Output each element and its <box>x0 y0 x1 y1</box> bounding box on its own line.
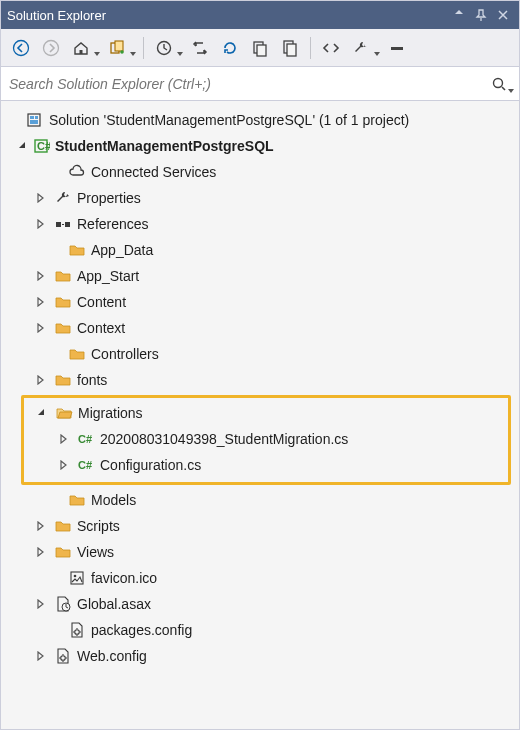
solution-tree: Solution 'StudentManagementPostgreSQL' (… <box>1 101 519 729</box>
chevron-right-icon[interactable] <box>33 518 49 534</box>
project-node[interactable]: C# StudentManagementPostgreSQL <box>3 133 517 159</box>
properties-button[interactable] <box>347 34 381 62</box>
scope-button[interactable] <box>103 34 137 62</box>
svg-point-28 <box>61 656 66 661</box>
tree-label: favicon.ico <box>91 570 157 586</box>
expander-blank <box>51 242 67 258</box>
tree-item-models[interactable]: Models <box>3 487 517 513</box>
chevron-right-icon[interactable] <box>56 431 72 447</box>
panel-titlebar: Solution Explorer <box>1 1 519 29</box>
tree-label: App_Data <box>91 242 153 258</box>
svg-rect-20 <box>65 222 70 227</box>
back-button[interactable] <box>7 34 35 62</box>
tree-item-views[interactable]: Views <box>3 539 517 565</box>
search-icon[interactable] <box>487 72 511 96</box>
solution-explorer-panel: Solution Explorer <box>0 0 520 730</box>
tree-label: Scripts <box>77 518 120 534</box>
folder-icon <box>53 516 73 536</box>
svg-rect-16 <box>30 120 38 124</box>
pin-icon[interactable] <box>471 6 491 24</box>
folder-icon <box>53 292 73 312</box>
expander-blank <box>51 622 67 638</box>
collapse-all-button[interactable] <box>246 34 274 62</box>
project-label: StudentManagementPostgreSQL <box>55 138 274 154</box>
tree-label: Web.config <box>77 648 147 664</box>
view-code-button[interactable] <box>317 34 345 62</box>
expander-blank <box>9 112 25 128</box>
wrench-icon <box>53 188 73 208</box>
tree-item-global[interactable]: Global.asax <box>3 591 517 617</box>
tree-item-properties[interactable]: Properties <box>3 185 517 211</box>
chevron-right-icon[interactable] <box>33 372 49 388</box>
svg-point-12 <box>494 78 503 87</box>
panel-title: Solution Explorer <box>7 8 447 23</box>
tree-item-favicon[interactable]: favicon.ico <box>3 565 517 591</box>
tree-item-appdata[interactable]: App_Data <box>3 237 517 263</box>
svg-rect-24 <box>71 572 83 584</box>
folder-icon <box>53 318 73 338</box>
chevron-right-icon[interactable] <box>33 268 49 284</box>
tree-item-fonts[interactable]: fonts <box>3 367 517 393</box>
chevron-right-icon[interactable] <box>33 190 49 206</box>
expander-blank <box>51 164 67 180</box>
expander-blank <box>51 346 67 362</box>
chevron-right-icon[interactable] <box>33 216 49 232</box>
config-file-icon <box>67 620 87 640</box>
expander-blank <box>51 570 67 586</box>
csproj-icon: C# <box>31 136 51 156</box>
close-icon[interactable] <box>493 6 513 24</box>
tree-item-migration-file[interactable]: C# 202008031049398_StudentMigration.cs <box>24 426 508 452</box>
tree-item-context[interactable]: Context <box>3 315 517 341</box>
expander-blank <box>51 492 67 508</box>
chevron-right-icon[interactable] <box>33 320 49 336</box>
tree-item-packages[interactable]: packages.config <box>3 617 517 643</box>
chevron-right-icon[interactable] <box>33 596 49 612</box>
chevron-down-icon[interactable] <box>15 138 31 154</box>
highlight-box: Migrations C# 202008031049398_StudentMig… <box>21 395 511 485</box>
tree-item-webconfig[interactable]: Web.config <box>3 643 517 669</box>
config-file-icon <box>53 646 73 666</box>
tree-item-appstart[interactable]: App_Start <box>3 263 517 289</box>
image-file-icon <box>67 568 87 588</box>
solution-node[interactable]: Solution 'StudentManagementPostgreSQL' (… <box>3 107 517 133</box>
tree-label: App_Start <box>77 268 139 284</box>
tree-item-references[interactable]: References <box>3 211 517 237</box>
chevron-right-icon[interactable] <box>56 457 72 473</box>
folder-icon <box>53 370 73 390</box>
tree-label: References <box>77 216 149 232</box>
chevron-down-icon[interactable] <box>34 405 50 421</box>
svg-rect-11 <box>391 47 403 50</box>
svg-rect-21 <box>62 224 64 225</box>
tree-label: Properties <box>77 190 141 206</box>
tree-label: Views <box>77 544 114 560</box>
tree-item-connected-services[interactable]: Connected Services <box>3 159 517 185</box>
tree-label: Content <box>77 294 126 310</box>
refresh-button[interactable] <box>216 34 244 62</box>
svg-text:C#: C# <box>78 433 92 445</box>
tree-item-scripts[interactable]: Scripts <box>3 513 517 539</box>
folder-icon <box>67 490 87 510</box>
csharp-file-icon: C# <box>76 455 96 475</box>
search-input[interactable] <box>9 76 487 92</box>
toolbar-separator <box>310 37 311 59</box>
home-button[interactable] <box>67 34 101 62</box>
tree-item-configuration-file[interactable]: C# Configuration.cs <box>24 452 508 478</box>
chevron-right-icon[interactable] <box>33 544 49 560</box>
svg-text:C#: C# <box>37 140 50 152</box>
folder-icon <box>53 542 73 562</box>
folder-icon <box>67 344 87 364</box>
tree-item-content[interactable]: Content <box>3 289 517 315</box>
tree-item-migrations[interactable]: Migrations <box>24 400 508 426</box>
window-position-icon[interactable] <box>449 6 469 24</box>
show-all-files-button[interactable] <box>276 34 304 62</box>
history-button[interactable] <box>150 34 184 62</box>
preview-button[interactable] <box>383 34 411 62</box>
cloud-icon <box>67 162 87 182</box>
csharp-file-icon: C# <box>76 429 96 449</box>
tree-item-controllers[interactable]: Controllers <box>3 341 517 367</box>
chevron-right-icon[interactable] <box>33 648 49 664</box>
forward-button[interactable] <box>37 34 65 62</box>
chevron-right-icon[interactable] <box>33 294 49 310</box>
svg-rect-4 <box>115 41 123 51</box>
sync-button[interactable] <box>186 34 214 62</box>
